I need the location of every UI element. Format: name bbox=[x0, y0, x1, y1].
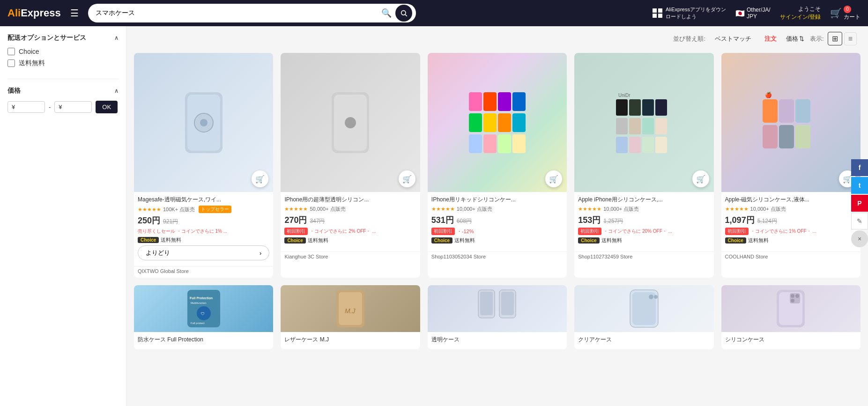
free-ship-text: 送料無料 bbox=[601, 237, 622, 244]
product-card[interactable]: 透明ケース bbox=[428, 285, 567, 349]
facebook-share-btn[interactable]: f bbox=[851, 159, 868, 176]
product-card[interactable]: 🛒 IPhone用リキッドシリコンケー... ★★★★★ 10,000+ 点販売… bbox=[428, 53, 567, 278]
price-ok-button[interactable]: OK bbox=[96, 101, 118, 113]
list-view-btn[interactable]: ≡ bbox=[844, 32, 857, 45]
svg-text:Full Protection: Full Protection bbox=[190, 296, 213, 300]
product-image-placeholder bbox=[134, 53, 273, 192]
best-match-btn[interactable]: ベストマッチ bbox=[711, 33, 755, 45]
product-title: Apple-磁気シリコンケース,液体... bbox=[725, 196, 857, 204]
current-price: 531円 bbox=[431, 214, 454, 226]
price-chevron-icon[interactable]: ∧ bbox=[114, 88, 119, 94]
svg-rect-53 bbox=[501, 292, 514, 315]
price-max-input[interactable] bbox=[62, 103, 86, 111]
pinterest-icon: P bbox=[857, 199, 861, 207]
svg-line-1 bbox=[405, 15, 407, 16]
choice-checkbox[interactable] bbox=[7, 48, 15, 55]
svg-point-0 bbox=[401, 11, 405, 15]
product-image: 🛒 bbox=[134, 53, 273, 192]
free-ship-checkbox[interactable] bbox=[7, 59, 15, 67]
product-card[interactable]: 🍎 🛒 Apple-磁気シリコンケース,液体... bbox=[721, 53, 861, 278]
product-image: 🛒 bbox=[428, 53, 567, 192]
svg-rect-24 bbox=[642, 99, 654, 116]
grid-view-btn[interactable]: ⊞ bbox=[828, 32, 842, 45]
product-card[interactable]: Full Protection Multifunction 🛡 Full pro… bbox=[134, 285, 273, 349]
close-social-btn[interactable]: × bbox=[851, 230, 868, 247]
store-name[interactable]: Kianghue 3C Store bbox=[281, 251, 420, 263]
svg-rect-32 bbox=[642, 137, 654, 153]
search-button[interactable] bbox=[395, 5, 412, 22]
product-image: M.J bbox=[281, 285, 420, 332]
product-info: シリコンケース bbox=[721, 332, 861, 349]
sold-count: 100K+ 点販売 bbox=[163, 206, 195, 213]
product-image: Full Protection Multifunction 🛡 Full pro… bbox=[134, 285, 273, 332]
edit-icon: ✎ bbox=[857, 217, 862, 225]
svg-point-57 bbox=[654, 295, 658, 299]
product-image: 🍎 🛒 bbox=[721, 53, 861, 192]
yen-symbol-min: ¥ bbox=[12, 103, 15, 111]
sale-badge: 初回割引 bbox=[284, 228, 308, 235]
price-inputs: ¥ - ¥ OK bbox=[7, 101, 119, 113]
current-price: 250円 bbox=[138, 215, 160, 226]
product-card[interactable]: 🛒 Magesafe-透明磁気ケース,ワイ... ★★★★★ 100K+ 点販売… bbox=[134, 53, 273, 278]
top-seller-badge: トップセラー bbox=[199, 206, 231, 213]
product-title: クリアケース bbox=[578, 336, 710, 344]
svg-rect-12 bbox=[512, 92, 526, 111]
free-ship-filter[interactable]: 送料無料 bbox=[7, 59, 119, 67]
svg-rect-25 bbox=[655, 99, 667, 116]
cart-area[interactable]: 🛒 0 カート bbox=[830, 6, 861, 21]
edit-btn[interactable]: ✎ bbox=[851, 213, 868, 229]
menu-button[interactable]: ☰ bbox=[67, 6, 82, 21]
store-name[interactable]: QIXTWO Global Store bbox=[134, 266, 273, 278]
add-to-cart-btn[interactable]: 🛒 bbox=[692, 170, 709, 187]
product-card[interactable]: UniDr bbox=[574, 53, 713, 278]
orders-sort-btn[interactable]: 注文 bbox=[761, 33, 780, 45]
twitter-share-btn[interactable]: t bbox=[851, 177, 868, 194]
shipping-title: 配送オプションとサービス ∧ bbox=[7, 34, 119, 42]
store-name[interactable]: Shop1102732459 Store bbox=[574, 251, 713, 263]
price-row: 153円 1,257円 bbox=[578, 214, 710, 226]
svg-point-56 bbox=[649, 295, 653, 299]
svg-point-61 bbox=[791, 294, 794, 298]
product-title: Magesafe-透明磁気ケース,ワイ... bbox=[138, 196, 269, 204]
product-title: IPhone用リキッドシリコンケー... bbox=[431, 196, 563, 204]
product-card[interactable]: シリコンケース bbox=[721, 285, 861, 349]
badge-row: Choice 送料無料 bbox=[578, 237, 710, 244]
app-download-line2: ロードしよう bbox=[666, 13, 726, 20]
main-wrapper: 配送オプションとサービス ∧ Choice 送料無料 価格 ∧ ¥ bbox=[0, 26, 868, 406]
price-row: 531円 608円 bbox=[431, 214, 563, 226]
product-card[interactable]: クリアケース bbox=[574, 285, 713, 349]
product-title: 防水ケース Full Protection bbox=[138, 336, 269, 344]
choice-filter[interactable]: Choice bbox=[7, 48, 119, 55]
store-name[interactable]: Shop1103052034 Store bbox=[428, 251, 567, 263]
product-rating: ★★★★★ 50,000+ 点販売 bbox=[284, 206, 416, 213]
yen-symbol-max: ¥ bbox=[59, 103, 62, 111]
view-label: 表示: bbox=[810, 35, 824, 43]
flag-icon: 🇯🇵 bbox=[735, 9, 745, 18]
price-sort-btn[interactable]: 価格 ⇅ bbox=[786, 35, 804, 43]
user-area[interactable]: ようこそ サインイン/登録 bbox=[780, 5, 821, 21]
add-to-cart-btn[interactable]: 🛒 bbox=[399, 170, 415, 187]
search-input[interactable] bbox=[96, 9, 378, 17]
price-row: 250円 921円 bbox=[138, 215, 269, 226]
original-price: 5,124円 bbox=[757, 217, 777, 225]
product-card[interactable]: 🛒 IPhone用の超薄型透明シリコン... ★★★★★ 50,000+ 点販売… bbox=[281, 53, 420, 278]
promo-text: ・コインでさらに 2% OFF・ ... bbox=[310, 228, 376, 235]
pinterest-share-btn[interactable]: P bbox=[851, 195, 868, 212]
chevron-up-icon[interactable]: ∧ bbox=[114, 35, 119, 41]
product-title: シリコンケース bbox=[725, 336, 857, 344]
price-min-wrap: ¥ bbox=[7, 101, 45, 113]
product-image-placeholder bbox=[721, 285, 861, 332]
svg-rect-16 bbox=[512, 113, 526, 132]
cart-badge: 0 bbox=[844, 6, 851, 13]
svg-point-8 bbox=[345, 117, 356, 128]
product-card[interactable]: M.J レザーケース M.J bbox=[281, 285, 420, 349]
camera-search-button[interactable]: 🔍 bbox=[378, 6, 395, 20]
view-options: 表示: ⊞ ≡ bbox=[810, 32, 857, 45]
yoridori-button[interactable]: よりどり › bbox=[138, 245, 269, 260]
svg-rect-52 bbox=[480, 292, 493, 315]
original-price: 347円 bbox=[310, 217, 325, 225]
region-selector[interactable]: 🇯🇵 Other/JA/ JPY bbox=[735, 7, 771, 20]
app-download[interactable]: AliExpressアプリをダウン ロードしよう bbox=[653, 6, 726, 20]
price-min-input[interactable] bbox=[15, 103, 38, 111]
store-name[interactable]: COOLHAND Store bbox=[721, 251, 861, 263]
